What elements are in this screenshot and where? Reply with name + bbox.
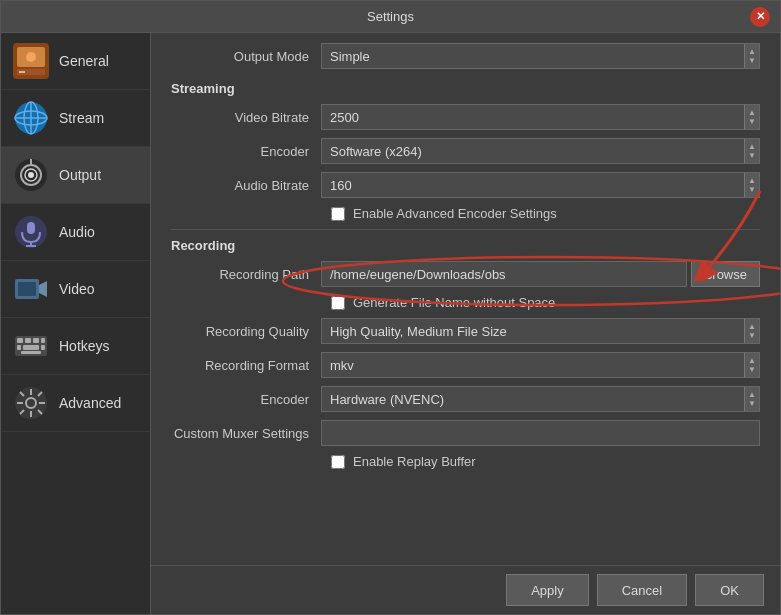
sidebar-label-advanced: Advanced — [59, 395, 121, 411]
generate-filename-label: Generate File Name without Space — [353, 295, 555, 310]
recording-quality-label: Recording Quality — [171, 324, 321, 339]
video-icon — [13, 271, 49, 307]
svg-point-13 — [28, 172, 34, 178]
video-bitrate-select[interactable]: 2500 ▲ ▼ — [321, 104, 760, 130]
audio-icon — [13, 214, 49, 250]
sidebar-label-hotkeys: Hotkeys — [59, 338, 110, 354]
video-bitrate-value: 2500 — [322, 105, 744, 129]
browse-button[interactable]: Browse — [691, 261, 760, 287]
settings-dialog: Settings ✕ General — [0, 0, 781, 615]
output-mode-row: Output Mode Simple ▲ ▼ — [171, 43, 760, 69]
recording-quality-value: High Quality, Medium File Size — [322, 319, 744, 343]
sidebar-label-stream: Stream — [59, 110, 104, 126]
svg-point-3 — [26, 52, 36, 62]
ok-button[interactable]: OK — [695, 574, 764, 606]
recording-highlight: Recording Path Browse — [171, 261, 760, 287]
sidebar-label-output: Output — [59, 167, 101, 183]
general-icon — [13, 43, 49, 79]
enable-replay-label: Enable Replay Buffer — [353, 454, 476, 469]
sidebar-label-video: Video — [59, 281, 95, 297]
sidebar-item-audio[interactable]: Audio — [1, 204, 150, 261]
audio-bitrate-row: Audio Bitrate 160 ▲ ▼ — [171, 172, 760, 198]
video-bitrate-label: Video Bitrate — [171, 110, 321, 125]
stream-icon — [13, 100, 49, 136]
streaming-header: Streaming — [171, 81, 760, 96]
rec-encoder-value: Hardware (NVENC) — [322, 387, 744, 411]
audio-bitrate-label: Audio Bitrate — [171, 178, 321, 193]
enable-advanced-label: Enable Advanced Encoder Settings — [353, 206, 557, 221]
sidebar-item-advanced[interactable]: Advanced — [1, 375, 150, 432]
rec-encoder-label: Encoder — [171, 392, 321, 407]
recording-format-arrows: ▲ ▼ — [744, 353, 759, 377]
custom-muxer-label: Custom Muxer Settings — [171, 426, 321, 441]
dialog-title: Settings — [31, 9, 750, 24]
recording-path-row: Recording Path Browse — [171, 261, 760, 287]
recording-path-label: Recording Path — [171, 267, 321, 282]
cancel-button[interactable]: Cancel — [597, 574, 687, 606]
sidebar-label-audio: Audio — [59, 224, 95, 240]
rec-encoder-row: Encoder Hardware (NVENC) ▲ ▼ — [171, 386, 760, 412]
custom-muxer-input[interactable] — [321, 420, 760, 446]
sidebar-label-general: General — [59, 53, 109, 69]
audio-bitrate-value: 160 — [322, 173, 744, 197]
video-bitrate-row: Video Bitrate 2500 ▲ ▼ — [171, 104, 760, 130]
output-mode-select[interactable]: Simple ▲ ▼ — [321, 43, 760, 69]
svg-rect-26 — [41, 338, 45, 343]
recording-path-input[interactable] — [321, 261, 687, 287]
advanced-icon — [13, 385, 49, 421]
custom-muxer-row: Custom Muxer Settings — [171, 420, 760, 446]
encoder-value: Software (x264) — [322, 139, 744, 163]
video-bitrate-arrows: ▲ ▼ — [744, 105, 759, 129]
recording-header: Recording — [171, 238, 760, 253]
svg-rect-28 — [23, 345, 39, 350]
enable-advanced-checkbox[interactable] — [331, 207, 345, 221]
close-button[interactable]: ✕ — [750, 7, 770, 27]
enable-advanced-row: Enable Advanced Encoder Settings — [331, 206, 760, 221]
recording-format-select[interactable]: mkv ▲ ▼ — [321, 352, 760, 378]
section-divider — [171, 229, 760, 230]
recording-format-value: mkv — [322, 353, 744, 377]
generate-filename-row: Generate File Name without Space — [331, 295, 760, 310]
enable-replay-checkbox[interactable] — [331, 455, 345, 469]
recording-quality-row: Recording Quality High Quality, Medium F… — [171, 318, 760, 344]
svg-rect-29 — [41, 345, 45, 350]
output-icon — [13, 157, 49, 193]
svg-rect-24 — [25, 338, 31, 343]
svg-rect-23 — [17, 338, 23, 343]
sidebar-item-general[interactable]: General — [1, 33, 150, 90]
encoder-arrows: ▲ ▼ — [744, 139, 759, 163]
output-mode-label: Output Mode — [171, 49, 321, 64]
audio-bitrate-select[interactable]: 160 ▲ ▼ — [321, 172, 760, 198]
audio-bitrate-arrows: ▲ ▼ — [744, 173, 759, 197]
sidebar-item-stream[interactable]: Stream — [1, 90, 150, 147]
apply-button[interactable]: Apply — [506, 574, 589, 606]
svg-rect-30 — [21, 351, 41, 354]
sidebar-item-output[interactable]: Output — [1, 147, 150, 204]
recording-quality-arrows: ▲ ▼ — [744, 319, 759, 343]
encoder-row: Encoder Software (x264) ▲ ▼ — [171, 138, 760, 164]
sidebar: General Stream — [1, 33, 151, 614]
main-content: Output Mode Simple ▲ ▼ Streaming Video B… — [151, 33, 780, 614]
recording-path-highlighted: Recording Path Browse — [171, 261, 760, 287]
generate-filename-checkbox[interactable] — [331, 296, 345, 310]
sidebar-item-hotkeys[interactable]: Hotkeys — [1, 318, 150, 375]
svg-marker-20 — [39, 281, 47, 297]
hotkeys-icon — [13, 328, 49, 364]
sidebar-item-video[interactable]: Video — [1, 261, 150, 318]
svg-rect-4 — [19, 71, 25, 73]
title-bar: Settings ✕ — [1, 1, 780, 33]
settings-area: Output Mode Simple ▲ ▼ Streaming Video B… — [151, 33, 780, 565]
recording-section: Recording — [171, 238, 760, 469]
output-mode-value: Simple — [322, 44, 744, 68]
rec-encoder-arrows: ▲ ▼ — [744, 387, 759, 411]
output-mode-arrows: ▲ ▼ — [744, 44, 759, 68]
encoder-select[interactable]: Software (x264) ▲ ▼ — [321, 138, 760, 164]
recording-quality-select[interactable]: High Quality, Medium File Size ▲ ▼ — [321, 318, 760, 344]
rec-encoder-select[interactable]: Hardware (NVENC) ▲ ▼ — [321, 386, 760, 412]
bottom-bar: Apply Cancel OK — [151, 565, 780, 614]
streaming-section: Streaming Video Bitrate 2500 ▲ ▼ Encode — [171, 81, 760, 221]
recording-format-row: Recording Format mkv ▲ ▼ — [171, 352, 760, 378]
enable-replay-row: Enable Replay Buffer — [331, 454, 760, 469]
encoder-label: Encoder — [171, 144, 321, 159]
svg-rect-21 — [18, 282, 36, 296]
